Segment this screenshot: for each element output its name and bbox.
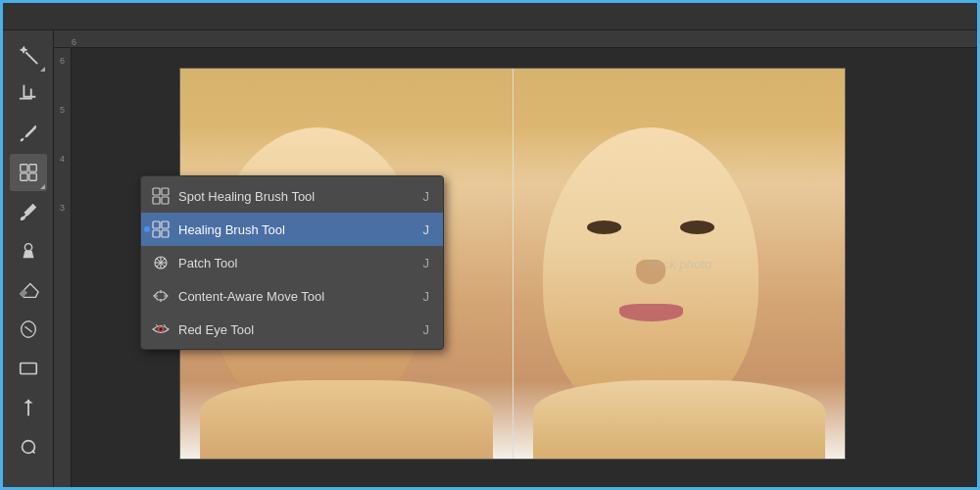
eyedropper-tool[interactable] bbox=[10, 115, 47, 152]
rectangle-icon bbox=[18, 358, 39, 379]
svg-rect-6 bbox=[20, 364, 36, 374]
patch-shortcut: J bbox=[423, 256, 430, 270]
content-aware-label: Content-Aware Move Tool bbox=[178, 289, 416, 304]
grouped-indicator bbox=[40, 184, 45, 189]
svg-rect-8 bbox=[153, 188, 160, 195]
red-eye-icon bbox=[151, 319, 171, 339]
svg-rect-9 bbox=[162, 188, 169, 195]
content-aware-icon bbox=[151, 286, 171, 306]
crop-icon bbox=[18, 83, 39, 105]
patch-icon bbox=[151, 253, 171, 272]
brush-tool[interactable] bbox=[10, 193, 47, 230]
canvas-area: 6 6 5 4 3 bbox=[54, 30, 977, 490]
canvas-content: stock photo bbox=[72, 48, 977, 490]
ruler-mark-v6: 6 bbox=[60, 56, 65, 66]
healing-brush-menu-icon bbox=[151, 220, 171, 239]
magic-wand-tool[interactable] bbox=[10, 36, 47, 74]
clone-stamp-tool[interactable] bbox=[10, 232, 47, 270]
svg-line-23 bbox=[156, 324, 158, 326]
svg-rect-10 bbox=[153, 197, 160, 204]
stamp-icon bbox=[18, 240, 39, 262]
blur-icon bbox=[18, 318, 39, 340]
grouped-indicator bbox=[40, 67, 45, 72]
healing-brush-tool[interactable] bbox=[10, 154, 47, 191]
lasso-tool[interactable] bbox=[10, 428, 47, 466]
svg-rect-12 bbox=[153, 221, 160, 228]
healing-brush-shortcut: J bbox=[423, 222, 430, 237]
ruler-left: 6 5 4 3 bbox=[54, 48, 72, 490]
ruler-mark-6: 6 bbox=[72, 37, 76, 47]
svg-rect-2 bbox=[28, 165, 35, 172]
svg-rect-1 bbox=[20, 165, 26, 172]
rectangle-tool[interactable] bbox=[10, 350, 47, 387]
svg-point-5 bbox=[24, 244, 31, 251]
blur-tool[interactable] bbox=[10, 311, 47, 348]
menu-item-content-aware[interactable]: Content-Aware Move Tool J bbox=[141, 279, 443, 313]
ruler-mark-v3: 3 bbox=[60, 203, 65, 213]
menu-item-healing-brush[interactable]: Healing Brush Tool J bbox=[141, 213, 443, 246]
patch-label: Patch Tool bbox=[178, 256, 416, 270]
svg-rect-4 bbox=[28, 173, 35, 180]
context-menu: Spot Healing Brush Tool J Healing bbox=[140, 175, 444, 350]
red-eye-label: Red Eye Tool bbox=[178, 322, 416, 337]
ruler-h-marks: 6 bbox=[72, 30, 135, 47]
main-layout: 6 6 5 4 3 bbox=[3, 30, 977, 490]
ruler-mark-v5: 5 bbox=[60, 105, 65, 115]
eyedropper-icon bbox=[18, 122, 39, 144]
healing-brush-label: Healing Brush Tool bbox=[178, 222, 416, 237]
gradient-tool[interactable] bbox=[10, 389, 47, 426]
brush-icon bbox=[18, 201, 39, 222]
healing-icon bbox=[18, 162, 39, 183]
toolbar bbox=[3, 30, 54, 490]
active-indicator bbox=[144, 226, 150, 232]
svg-rect-15 bbox=[162, 230, 169, 237]
menu-item-spot-healing[interactable]: Spot Healing Brush Tool J bbox=[141, 179, 443, 213]
eraser-tool[interactable] bbox=[10, 271, 47, 309]
svg-rect-14 bbox=[153, 230, 160, 237]
red-eye-shortcut: J bbox=[423, 322, 430, 337]
crop-tool[interactable] bbox=[10, 75, 47, 113]
ruler-v-content: 6 5 4 3 bbox=[60, 48, 65, 252]
svg-point-22 bbox=[160, 328, 163, 331]
spot-healing-icon bbox=[151, 186, 171, 206]
svg-rect-11 bbox=[162, 197, 169, 204]
svg-rect-13 bbox=[162, 221, 169, 228]
lasso-icon bbox=[18, 436, 39, 458]
eraser-icon bbox=[18, 279, 39, 301]
menu-item-patch[interactable]: Patch Tool J bbox=[141, 246, 443, 279]
svg-rect-3 bbox=[20, 173, 26, 180]
spot-healing-shortcut: J bbox=[423, 189, 430, 204]
top-bar bbox=[3, 3, 977, 30]
menu-item-red-eye[interactable]: Red Eye Tool J bbox=[141, 313, 443, 346]
face-after: stock photo bbox=[513, 69, 846, 459]
content-aware-shortcut: J bbox=[423, 289, 430, 304]
svg-line-0 bbox=[25, 52, 37, 64]
ruler-top: 6 bbox=[54, 30, 977, 48]
gradient-icon bbox=[18, 397, 39, 418]
ruler-mark-v4: 4 bbox=[60, 154, 65, 164]
magic-wand-icon bbox=[18, 44, 39, 66]
spot-healing-label: Spot Healing Brush Tool bbox=[178, 189, 416, 204]
